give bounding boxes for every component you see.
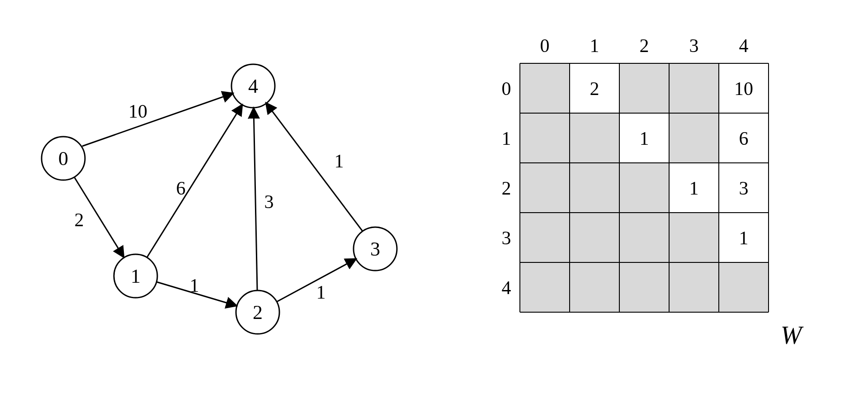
node-0-label: 0 <box>58 147 68 170</box>
diagram-container: 0 1 2 3 4 10 2 6 1 3 1 1 <box>0 0 868 409</box>
col-header-3: 3 <box>689 35 699 56</box>
cell-0-1: 2 <box>590 78 599 99</box>
edge-2-4 <box>254 108 257 290</box>
adjacency-matrix: 0 1 2 3 4 0 1 2 3 4 <box>479 27 818 389</box>
graph-svg: 0 1 2 3 4 10 2 6 1 3 1 1 <box>18 45 425 371</box>
edge-0-4 <box>82 93 233 146</box>
col-header-4: 4 <box>739 35 749 56</box>
cell-2-4: 3 <box>739 178 749 199</box>
edge-2-4-label: 3 <box>264 191 274 212</box>
row-header-0: 0 <box>502 78 511 99</box>
edge-2-3-label: 1 <box>316 282 326 303</box>
cell-0-4: 10 <box>734 78 753 99</box>
edge-0-1-label: 2 <box>75 209 84 230</box>
edge-1-4 <box>147 105 242 257</box>
matrix-name: W <box>781 321 804 349</box>
edge-1-4-label: 6 <box>176 178 186 199</box>
edge-3-4-label: 1 <box>335 151 344 171</box>
cell-2-3: 1 <box>689 178 699 199</box>
col-header-1: 1 <box>590 35 599 56</box>
edge-0-4-label: 10 <box>128 101 147 122</box>
row-header-2: 2 <box>502 178 511 199</box>
row-header-1: 1 <box>502 128 511 149</box>
cell-1-4: 6 <box>739 128 749 149</box>
edge-1-2-label: 1 <box>190 275 199 296</box>
node-4-label: 4 <box>248 75 258 97</box>
edge-3-4 <box>266 103 363 231</box>
cell-3-4: 1 <box>739 228 749 248</box>
node-1-label: 1 <box>131 265 141 287</box>
row-header-3: 3 <box>502 228 511 248</box>
col-header-0: 0 <box>540 35 550 56</box>
node-2-label: 2 <box>253 301 263 323</box>
cell-1-2: 1 <box>640 128 649 149</box>
node-3-label: 3 <box>370 238 380 260</box>
col-header-2: 2 <box>640 35 649 56</box>
row-header-4: 4 <box>502 277 511 298</box>
